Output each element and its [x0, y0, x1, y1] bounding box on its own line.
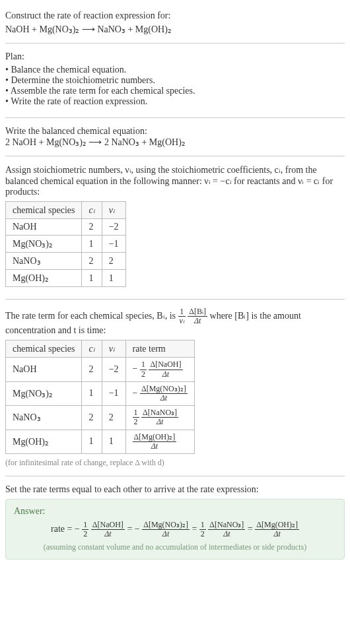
frac-num: Δ[NaNO₃]: [208, 521, 245, 530]
term-prefix: −: [135, 524, 142, 534]
frac-num: Δ[NaNO₃]: [141, 408, 178, 418]
cell-term: − Δ[Mg(NO₃)₂] Δt: [125, 381, 194, 405]
cell-vi: 2: [102, 253, 125, 270]
col-vi: νᵢ: [102, 340, 125, 358]
cell-ci: 2: [82, 358, 102, 381]
frac-den: Δt: [133, 442, 177, 451]
frac-num: 1: [140, 360, 147, 370]
col-ci: cᵢ: [82, 340, 102, 358]
divider: [5, 117, 345, 118]
rateterm-intro-a: The rate term for each chemical species,…: [5, 311, 178, 321]
final-section: Set the rate terms equal to each other t…: [5, 479, 345, 565]
divider: [5, 156, 345, 156]
col-vi: νᵢ: [102, 202, 125, 219]
term-frac: Δ[Mg(OH)₂] Δt: [255, 521, 299, 538]
cell-ci: 1: [82, 270, 102, 287]
plan-item: Determine the stoichiometric numbers.: [5, 75, 345, 86]
stoich-section: Assign stoichiometric numbers, νᵢ, using…: [5, 159, 345, 296]
answer-label: Answer:: [14, 506, 336, 517]
cell-species: Mg(NO₃)₂: [6, 381, 82, 405]
frac-den: νᵢ: [178, 317, 186, 325]
prompt-title: Construct the rate of reaction expressio…: [5, 11, 345, 21]
term-prefix: −: [133, 364, 140, 373]
rateterm-section: The rate term for each chemical species,…: [5, 302, 345, 473]
plan-item: Assemble the rate term for each chemical…: [5, 86, 345, 96]
rate-word: rate =: [51, 524, 75, 534]
frac-num: Δ[Mg(NO₃)₂]: [142, 521, 190, 530]
table-row: NaOH 2 −2 − 1 2 Δ[NaOH] Δt: [6, 358, 195, 381]
term-frac: Δ[NaOH] Δt: [91, 521, 125, 538]
frac-den: Δt: [91, 530, 125, 538]
table-row: NaOH 2 −2: [6, 219, 126, 236]
table-header-row: chemical species cᵢ νᵢ rate term: [6, 340, 195, 358]
rateterm-intro: The rate term for each chemical species,…: [5, 307, 345, 336]
term-prefix: −: [133, 388, 140, 398]
frac-num: Δ[NaOH]: [149, 360, 182, 370]
cell-ci: 1: [82, 236, 102, 253]
frac-den: Δt: [208, 530, 245, 538]
divider: [5, 43, 345, 44]
cell-vi: −1: [102, 236, 125, 253]
frac-num: 1: [178, 307, 186, 317]
frac-den: 2: [133, 418, 139, 426]
divider: [5, 299, 345, 300]
stoich-intro: Assign stoichiometric numbers, νᵢ, using…: [5, 164, 345, 197]
term-frac: Δ[NaNO₃] Δt: [208, 521, 245, 538]
cell-species: Mg(OH)₂: [6, 430, 82, 453]
frac-num: Δ[NaOH]: [91, 521, 125, 530]
dB-over-dt: Δ[Bᵢ] Δt: [188, 307, 207, 325]
frac-num: Δ[Mg(OH)₂]: [255, 521, 299, 530]
col-term: rate term: [125, 340, 194, 358]
frac-den: Δt: [255, 530, 299, 538]
frac-den: 2: [82, 530, 88, 538]
cell-species: NaNO₃: [6, 406, 82, 430]
answer-note: (assuming constant volume and no accumul…: [14, 542, 336, 552]
col-ci: cᵢ: [82, 202, 102, 219]
cell-term: − 1 2 Δ[NaOH] Δt: [125, 358, 194, 381]
term-frac: Δ[Mg(NO₃)₂] Δt: [140, 385, 188, 402]
plan-list: Balance the chemical equation. Determine…: [5, 65, 345, 107]
prompt-equation: NaOH + Mg(NO₃)₂ ⟶ NaNO₃ + Mg(OH)₂: [5, 24, 345, 35]
col-species: chemical species: [6, 340, 82, 358]
final-heading: Set the rate terms equal to each other t…: [5, 484, 345, 495]
frac-num: 1: [199, 521, 206, 530]
cell-vi: 1: [102, 270, 125, 287]
plan-heading: Plan:: [5, 51, 345, 62]
frac-den: 2: [140, 370, 147, 379]
table-header-row: chemical species cᵢ νᵢ: [6, 202, 126, 219]
cell-ci: 1: [82, 381, 102, 405]
term-coef: 1 2: [199, 521, 206, 538]
cell-term: Δ[Mg(OH)₂] Δt: [125, 430, 194, 453]
term-coef: 1 2: [82, 521, 88, 538]
table-row: Mg(OH)₂ 1 1 Δ[Mg(OH)₂] Δt: [6, 430, 195, 453]
frac-den: 2: [199, 530, 206, 538]
stoich-table: chemical species cᵢ νᵢ NaOH 2 −2 Mg(NO₃)…: [5, 201, 126, 287]
rateterm-note: (for infinitesimal rate of change, repla…: [5, 458, 345, 468]
cell-term: 1 2 Δ[NaNO₃] Δt: [125, 406, 194, 430]
rateterm-generic-frac: 1 νᵢ Δ[Bᵢ] Δt: [178, 311, 210, 321]
term-prefix: −: [75, 524, 82, 534]
cell-species: NaOH: [6, 358, 82, 381]
plan-item: Write the rate of reaction expression.: [5, 96, 345, 107]
frac-den: Δt: [149, 370, 182, 379]
cell-ci: 2: [82, 253, 102, 270]
cell-species: NaNO₃: [6, 253, 82, 270]
answer-box: Answer: rate = − 1 2 Δ[NaOH] Δt = − Δ[Mg…: [5, 499, 345, 560]
balanced-heading: Write the balanced chemical equation:: [5, 126, 345, 137]
frac-num: 1: [133, 408, 139, 418]
cell-vi: 1: [102, 430, 125, 453]
cell-species: Mg(NO₃)₂: [6, 236, 82, 253]
frac-num: Δ[Mg(OH)₂]: [133, 433, 177, 442]
cell-species: NaOH: [6, 219, 82, 236]
cell-vi: −2: [102, 219, 125, 236]
frac-den: Δt: [140, 394, 188, 402]
rate-expression: rate = − 1 2 Δ[NaOH] Δt = − Δ[Mg(NO₃)₂] …: [14, 521, 336, 538]
cell-ci: 2: [82, 406, 102, 430]
frac-den: Δt: [188, 317, 207, 325]
equals: =: [192, 524, 199, 534]
prompt-section: Construct the rate of reaction expressio…: [5, 5, 345, 40]
table-row: NaNO₃ 2 2 1 2 Δ[NaNO₃] Δt: [6, 406, 195, 430]
frac-den: Δt: [141, 418, 178, 426]
frac-den: Δt: [142, 530, 190, 538]
frac-num: Δ[Mg(NO₃)₂]: [140, 385, 188, 394]
